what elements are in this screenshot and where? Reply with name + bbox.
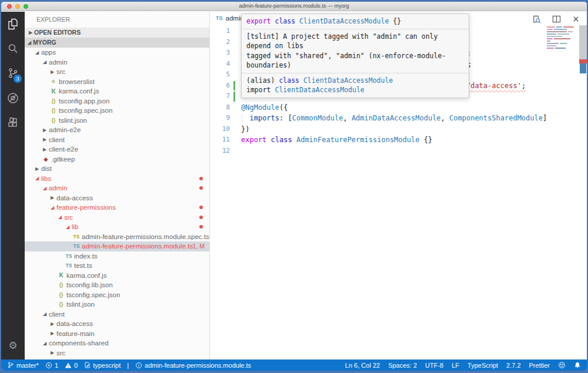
tree-item-src[interactable]: ▶src [25, 67, 209, 77]
explorer-icon[interactable] [1, 12, 25, 36]
tree-item-admin-feature-permissions-module-spec-ts[interactable]: TSadmin-feature-permissions.module.spec.… [25, 232, 209, 242]
tree-item-libs[interactable]: ◢libs [25, 174, 209, 184]
karma-file-icon: K [49, 88, 58, 95]
hover-alias-info: (alias) class ClientDataAccessModuleimpo… [242, 73, 469, 98]
tree-item-index-ts[interactable]: TSindex.ts [25, 251, 209, 261]
bell-icon[interactable] [574, 361, 581, 369]
source-control-icon[interactable]: 3 [1, 61, 25, 86]
minimize-window-button[interactable] [15, 4, 20, 9]
status-warning[interactable]: 0 [65, 362, 78, 369]
minimap[interactable] [547, 26, 577, 50]
tree-item-label: dist [41, 165, 52, 172]
status-info[interactable]: admin-feature-permissions.module.ts [135, 362, 251, 369]
problem-dot-badge [199, 186, 203, 190]
split-editor-icon[interactable] [552, 15, 561, 23]
code-line-8[interactable]: 8@NgModule({ [210, 102, 587, 113]
tree-item-client[interactable]: ▶client [25, 135, 209, 145]
search-icon[interactable] [1, 36, 25, 61]
line-number: 3 [210, 48, 230, 59]
tree-item-feature-permissions[interactable]: ◢feature-permissions [25, 203, 209, 213]
tree-item-admin-e2e[interactable]: ▶admin-e2e [25, 125, 209, 135]
tree-item-dist[interactable]: ▶dist [25, 164, 209, 174]
tree-item-label: admin-e2e [48, 126, 81, 133]
scm-badge: 3 [14, 75, 22, 83]
code-line-9[interactable]: 9 imports: [CommonModule, AdminDataAcces… [210, 113, 587, 124]
tree-item-client-e2e[interactable]: ▶client-e2e [25, 145, 209, 154]
status-utf-8[interactable]: UTF-8 [425, 362, 443, 369]
line-number: 11 [210, 135, 230, 146]
status-typescript[interactable]: TypeScript [467, 362, 498, 369]
tree-item-tsconfig-app-json[interactable]: {}tsconfig.app.json [25, 96, 209, 106]
line-number: 5 [210, 69, 230, 80]
open-preview-icon[interactable] [532, 15, 541, 23]
close-window-button[interactable] [7, 4, 12, 9]
tree-item-label: components-shared [48, 340, 109, 347]
titlebar[interactable]: admin-feature-permissions.module.ts — my… [1, 2, 587, 11]
extensions-icon[interactable] [1, 110, 25, 135]
tree-item-tsconfig-lib-json[interactable]: {}tsconfig.lib.json [25, 280, 209, 290]
tree-item-src[interactable]: ◢src [25, 213, 209, 223]
status-2-7-2[interactable]: 2.7.2 [506, 362, 520, 369]
tree-item-label: tsconfig.spec.json [66, 291, 120, 298]
settings-gear-icon[interactable]: ⚙ [8, 334, 17, 357]
zoom-window-button[interactable] [24, 4, 28, 9]
chevron-right-icon: ▶ [49, 350, 56, 355]
tree-item-tslint-json[interactable]: {}tslint.json [25, 300, 209, 310]
chevron-right-icon: ▶ [27, 28, 34, 38]
tree-item-admin[interactable]: ◢admin [25, 58, 209, 68]
code-line-12[interactable]: 12 [210, 146, 587, 157]
status-error[interactable]: 1 [45, 362, 58, 369]
ts-blue-file-icon: TS [72, 243, 81, 249]
tree-item-test-ts[interactable]: TStest.ts [25, 261, 209, 271]
tree-item-apps[interactable]: ◢apps [25, 48, 209, 58]
tree-item-tslint-json[interactable]: {}tslint.json [25, 116, 209, 126]
code-text: export class AdminFeaturePermissionsModu… [241, 135, 432, 146]
json-file-icon: {} [56, 292, 66, 298]
tree-item-label: client [48, 136, 65, 143]
code-text: }) [241, 124, 249, 135]
open-editors-section[interactable]: ▶ OPEN EDITORS [25, 28, 209, 38]
workspace-root-section[interactable]: ◢ MYORG [25, 38, 209, 48]
tree-item--gitkeep[interactable]: ◆.gitkeep [25, 154, 209, 164]
tree-item-components-shared[interactable]: ◢components-shared [25, 338, 209, 348]
tree-item-browserslist[interactable]: ≡browserslist [25, 77, 209, 87]
tree-item-data-access[interactable]: ▶data-access [25, 319, 209, 329]
ts-olive-file-icon: TS [72, 234, 81, 240]
tree-item-label: libs [41, 175, 51, 182]
overview-error-marker [579, 59, 587, 63]
tree-item-client[interactable]: ◢client [25, 310, 209, 320]
chevron-right-icon: ▶ [34, 166, 41, 172]
tree-item-karma-conf-js[interactable]: Kkarma.conf.js [25, 86, 209, 96]
tree-item-feature-main[interactable]: ▶feature-main [25, 329, 209, 339]
overview-ruler[interactable] [579, 25, 587, 59]
traffic-lights [7, 4, 28, 9]
tree-item-karma-conf-js[interactable]: Kkarma.conf.js [25, 271, 209, 281]
status-text: master* [16, 362, 39, 369]
tree-item-lib[interactable]: ◢lib [25, 222, 209, 232]
status-prettier[interactable]: Prettier [529, 362, 550, 369]
debug-icon[interactable] [1, 86, 25, 110]
status-file-edit[interactable]: typescript [84, 361, 121, 369]
tree-item-admin[interactable]: ◢admin [25, 183, 209, 193]
status-ln-6-col-22[interactable]: Ln 6, Col 22 [345, 362, 380, 369]
tree-item-tsconfig-spec-json[interactable]: {}tsconfig.spec.json [25, 290, 209, 300]
close-editor-icon[interactable] [572, 15, 580, 23]
tree-item-admin-feature-permissions-module-ts[interactable]: TSadmin-feature-permissions.module.ts1, … [25, 241, 209, 251]
status-lf[interactable]: LF [452, 362, 459, 369]
code-line-10[interactable]: 10}) [210, 124, 587, 135]
code-line-11[interactable]: 11export class AdminFeaturePermissionsMo… [210, 135, 587, 146]
chevron-down-icon: ◢ [64, 224, 71, 230]
chevron-down-icon: ◢ [26, 38, 33, 48]
tree-item-data-access[interactable]: ▶data-access [25, 193, 209, 203]
status-branch[interactable]: master* [7, 361, 39, 369]
status-spaces-2[interactable]: Spaces: 2 [388, 362, 417, 369]
tree-item-label: src [56, 350, 65, 357]
tree-item-tsconfig-spec-json[interactable]: {}tsconfig.spec.json [25, 106, 209, 116]
hover-tooltip: export class ClientDataAccessModule {} [… [241, 14, 469, 98]
tree-item-src[interactable]: ▶src [25, 348, 209, 358]
smiley-icon[interactable] [558, 361, 566, 369]
hover-lint-error: [tslint] A project tagged with "admin" c… [242, 29, 469, 73]
chevron-right-icon: ▶ [41, 147, 48, 152]
tree-item-label: client [48, 311, 65, 318]
line-number: 1 [210, 26, 230, 37]
